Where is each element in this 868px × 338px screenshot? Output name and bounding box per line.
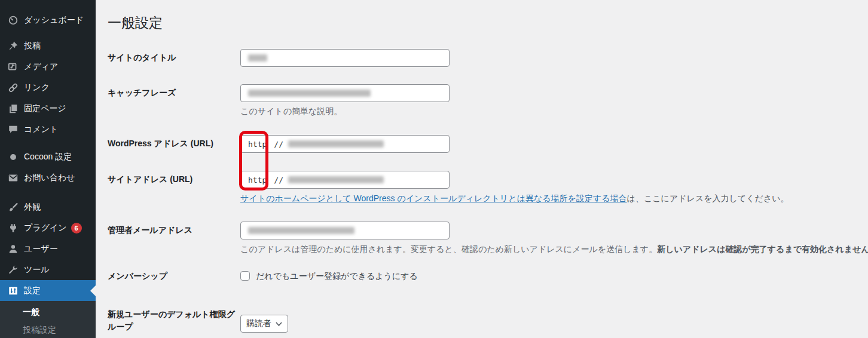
default-role-selected: 購読者	[246, 318, 271, 329]
tagline-help: このサイトの簡単な説明。	[240, 105, 342, 117]
sidebar-item-links[interactable]: リンク	[0, 77, 96, 98]
appearance-icon	[7, 201, 19, 213]
sidebar-item-label: プラグイン	[24, 223, 67, 233]
redacted-value	[288, 140, 384, 148]
membership-label: メンバーシップ	[108, 268, 239, 284]
dashboard-icon	[7, 14, 19, 26]
default-role-label: 新規ユーザーのデフォルト権限グループ	[108, 308, 239, 333]
sidebar-item-label: 設定	[24, 285, 41, 296]
chevron-down-icon	[276, 322, 282, 326]
site-address-input[interactable]: http //	[240, 171, 450, 189]
tagline-label: キャッチフレーズ	[108, 84, 239, 101]
sidebar-item-label: 固定ページ	[24, 103, 66, 114]
mail-icon	[7, 172, 19, 184]
admin-menu: ダッシュボード 投稿 メディア リンク 固定ページ	[0, 0, 96, 338]
sidebar-item-tools[interactable]: ツール	[0, 259, 96, 280]
sidebar-item-label: お問い合わせ	[24, 173, 75, 183]
wp-address-input[interactable]: http //	[240, 135, 450, 153]
sidebar-item-comments[interactable]: コメント	[0, 119, 96, 140]
sidebar-item-settings[interactable]: 設定	[0, 280, 96, 301]
circle-icon	[7, 151, 19, 163]
tools-icon	[7, 264, 19, 276]
sidebar-item-dashboard[interactable]: ダッシュボード	[0, 10, 96, 30]
admin-email-help-text: このアドレスは管理のために使用されます。変更すると、確認のため新しいアドレスにメ…	[240, 244, 657, 254]
sidebar-item-plugins[interactable]: プラグイン 6	[0, 217, 96, 238]
sidebar-item-cocoon-settings[interactable]: Cocoon 設定	[0, 146, 96, 167]
sidebar-item-label: コメント	[24, 124, 58, 135]
menu-separator	[0, 188, 96, 196]
pages-icon	[7, 103, 19, 115]
sidebar-item-pages[interactable]: 固定ページ	[0, 98, 96, 119]
media-icon	[7, 61, 19, 73]
active-menu-arrow	[90, 285, 96, 296]
sidebar-item-label: Cocoon 設定	[24, 152, 72, 162]
redacted-value	[288, 176, 384, 183]
sidebar-item-label: ダッシュボード	[24, 15, 84, 26]
submenu-item-general[interactable]: 一般	[0, 303, 96, 321]
membership-checkbox-label[interactable]: だれでもユーザー登録ができるようにする	[256, 268, 418, 284]
admin-email-help: このアドレスは管理のために使用されます。変更すると、確認のため新しいアドレスにメ…	[240, 243, 868, 255]
sidebar-item-appearance[interactable]: 外観	[0, 196, 96, 217]
submenu-item-writing[interactable]: 投稿設定	[0, 321, 96, 338]
menu-separator	[0, 30, 96, 35]
default-role-select[interactable]: 購読者	[240, 315, 288, 333]
sidebar-item-label: 外観	[24, 202, 41, 213]
url-slashes: //	[274, 140, 283, 149]
url-protocol: http	[248, 140, 267, 149]
sidebar-item-label: 投稿	[24, 41, 41, 51]
sidebar-item-label: ツール	[24, 265, 50, 275]
sidebar-item-label: リンク	[24, 82, 50, 93]
pin-icon	[7, 40, 19, 52]
sidebar-item-media[interactable]: メディア	[0, 56, 96, 77]
redacted-value	[248, 90, 371, 97]
admin-email-help-bold: 新しいアドレスは確認が完了するまで有効化されません。	[657, 244, 868, 254]
sidebar-item-label: ユーザー	[24, 244, 58, 254]
site-address-label: サイトアドレス (URL)	[108, 171, 239, 188]
sidebar-item-posts[interactable]: 投稿	[0, 35, 96, 56]
users-icon	[7, 243, 19, 255]
wp-address-label: WordPress アドレス (URL)	[108, 135, 239, 152]
link-icon	[7, 82, 19, 94]
redacted-value	[248, 54, 267, 62]
tagline-input[interactable]	[240, 84, 450, 102]
url-protocol: http	[248, 176, 267, 185]
site-address-help: サイトのホームページとして WordPress のインストールディレクトリとは異…	[240, 192, 789, 204]
settings-icon	[7, 285, 19, 297]
sidebar-item-contact[interactable]: お問い合わせ	[0, 167, 96, 188]
site-address-help-suffix: は、ここにアドレスを入力してください。	[627, 193, 789, 203]
site-title-label: サイトのタイトル	[108, 49, 239, 66]
admin-email-label: 管理者メールアドレス	[108, 222, 239, 238]
comments-icon	[7, 124, 19, 136]
sidebar-item-label: メディア	[24, 62, 58, 72]
sidebar-item-users[interactable]: ユーザー	[0, 238, 96, 259]
page-title: 一般設定	[108, 14, 163, 32]
menu-separator	[0, 140, 96, 146]
redacted-value	[248, 227, 354, 234]
plugin-count-badge: 6	[71, 223, 82, 233]
settings-submenu: 一般 投稿設定	[0, 301, 96, 338]
plugins-icon	[7, 222, 19, 234]
site-title-input[interactable]	[240, 49, 450, 67]
membership-checkbox[interactable]	[240, 271, 250, 281]
admin-sidebar: ダッシュボード 投稿 メディア リンク 固定ページ	[0, 0, 96, 338]
url-slashes: //	[274, 176, 283, 185]
admin-email-input[interactable]	[240, 222, 450, 239]
different-directory-link[interactable]: サイトのホームページとして WordPress のインストールディレクトリとは異…	[240, 193, 627, 203]
settings-page: 一般設定 サイトのタイトル キャッチフレーズ このサイトの簡単な説明。 Word…	[96, 0, 868, 338]
